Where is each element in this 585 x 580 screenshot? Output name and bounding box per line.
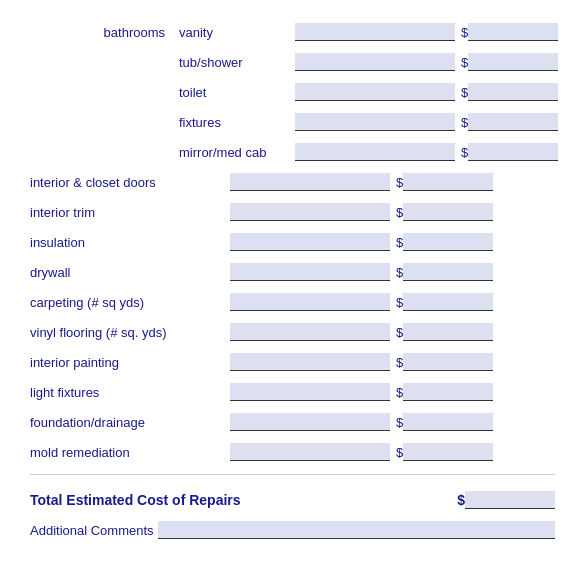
amount-drywall[interactable] [403,263,493,281]
dollar-fixtures: $ [461,115,468,130]
total-dollar-sign: $ [457,492,465,508]
divider [30,474,555,475]
input-drywall[interactable] [230,263,390,281]
amount-carpeting[interactable] [403,293,493,311]
label-fixtures: fixtures [175,115,295,130]
dollar-mirror: $ [461,145,468,160]
dollar-mold: $ [396,445,403,460]
row-interior-painting: interior painting $ [30,350,555,374]
amount-vanity[interactable] [468,23,558,41]
amount-light-fixtures[interactable] [403,383,493,401]
form-container: bathrooms vanity $ tub/shower $ toilet $… [30,20,555,539]
input-carpeting[interactable] [230,293,390,311]
amount-interior-trim[interactable] [403,203,493,221]
dollar-tub: $ [461,55,468,70]
input-mirror[interactable] [295,143,455,161]
dollar-light-fixtures: $ [396,385,403,400]
input-light-fixtures[interactable] [230,383,390,401]
additional-section: Additional Comments [30,521,555,539]
amount-toilet[interactable] [468,83,558,101]
label-mirror: mirror/med cab [175,145,295,160]
input-tub[interactable] [295,53,455,71]
input-interior-doors[interactable] [230,173,390,191]
total-label: Total Estimated Cost of Repairs [30,492,451,508]
row-foundation: foundation/drainage $ [30,410,555,434]
amount-interior-painting[interactable] [403,353,493,371]
row-fixtures: fixtures $ [30,110,555,134]
label-carpeting: carpeting (# sq yds) [30,295,230,310]
label-vinyl: vinyl flooring (# sq. yds) [30,325,230,340]
dollar-vinyl: $ [396,325,403,340]
row-mirror: mirror/med cab $ [30,140,555,164]
dollar-foundation: $ [396,415,403,430]
dollar-interior-trim: $ [396,205,403,220]
dollar-toilet: $ [461,85,468,100]
amount-insulation[interactable] [403,233,493,251]
row-vinyl: vinyl flooring (# sq. yds) $ [30,320,555,344]
amount-mold[interactable] [403,443,493,461]
row-insulation: insulation $ [30,230,555,254]
row-vanity: bathrooms vanity $ [30,20,555,44]
row-drywall: drywall $ [30,260,555,284]
amount-mirror[interactable] [468,143,558,161]
dollar-insulation: $ [396,235,403,250]
input-interior-painting[interactable] [230,353,390,371]
input-interior-trim[interactable] [230,203,390,221]
label-tub: tub/shower [175,55,295,70]
label-interior-doors: interior & closet doors [30,175,230,190]
amount-fixtures[interactable] [468,113,558,131]
label-bathrooms: bathrooms [30,25,175,40]
input-toilet[interactable] [295,83,455,101]
label-drywall: drywall [30,265,230,280]
dollar-drywall: $ [396,265,403,280]
row-carpeting: carpeting (# sq yds) $ [30,290,555,314]
amount-vinyl[interactable] [403,323,493,341]
row-tub: tub/shower $ [30,50,555,74]
total-section: Total Estimated Cost of Repairs $ [30,491,555,509]
dollar-vanity: $ [461,25,468,40]
amount-foundation[interactable] [403,413,493,431]
input-insulation[interactable] [230,233,390,251]
dollar-interior-painting: $ [396,355,403,370]
row-light-fixtures: light fixtures $ [30,380,555,404]
label-vanity: vanity [175,25,295,40]
additional-input[interactable] [158,521,555,539]
row-mold: mold remediation $ [30,440,555,464]
input-vanity[interactable] [295,23,455,41]
dollar-interior-doors: $ [396,175,403,190]
label-insulation: insulation [30,235,230,250]
total-input[interactable] [465,491,555,509]
label-mold: mold remediation [30,445,230,460]
label-foundation: foundation/drainage [30,415,230,430]
row-interior-trim: interior trim $ [30,200,555,224]
input-foundation[interactable] [230,413,390,431]
amount-tub[interactable] [468,53,558,71]
dollar-carpeting: $ [396,295,403,310]
label-toilet: toilet [175,85,295,100]
row-toilet: toilet $ [30,80,555,104]
input-vinyl[interactable] [230,323,390,341]
input-fixtures[interactable] [295,113,455,131]
additional-label: Additional Comments [30,523,154,538]
label-interior-trim: interior trim [30,205,230,220]
input-mold[interactable] [230,443,390,461]
label-interior-painting: interior painting [30,355,230,370]
amount-interior-doors[interactable] [403,173,493,191]
row-interior-doors: interior & closet doors $ [30,170,555,194]
label-light-fixtures: light fixtures [30,385,230,400]
